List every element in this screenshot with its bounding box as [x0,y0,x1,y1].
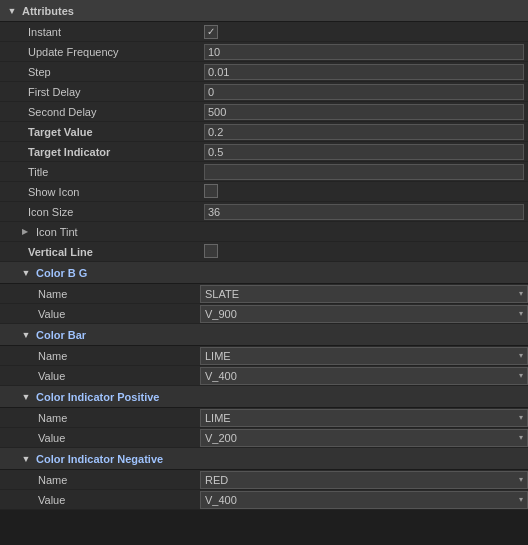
row-target-indicator: Target Indicator [0,142,528,162]
dropdown-arrow-color-indicator-positive-value: ▾ [519,433,523,442]
value-title [200,164,528,180]
select-color-indicator-positive-name[interactable]: LIME ▾ [200,409,528,427]
row-color-indicator-negative-value: Value V_400 ▾ [0,490,528,510]
label-show-icon: Show Icon [0,186,200,198]
row-color-bar-name: Name LIME ▾ [0,346,528,366]
value-update-frequency [200,44,528,60]
row-color-bg-value: Value V_900 ▾ [0,304,528,324]
dropdown-color-bg-name[interactable]: SLATE ▾ [200,284,528,303]
label-color-indicator-negative-name: Name [10,474,200,486]
row-first-delay: First Delay [0,82,528,102]
row-title: Title [0,162,528,182]
select-color-bg-name[interactable]: SLATE ▾ [200,285,528,303]
row-color-indicator-positive-name: Name LIME ▾ [0,408,528,428]
dropdown-arrow-color-indicator-negative-value: ▾ [519,495,523,504]
icon-tint-arrow: ▶ [22,227,32,237]
dropdown-arrow-color-indicator-positive-name: ▾ [519,413,523,422]
value-first-delay [200,84,528,100]
input-target-value[interactable] [204,124,524,140]
subsection-color-bar[interactable]: ▼ Color Bar [0,324,528,346]
label-instant: Instant [0,26,200,38]
label-step: Step [0,66,200,78]
color-indicator-negative-title: Color Indicator Negative [36,453,163,465]
label-color-bar-name: Name [10,350,200,362]
color-indicator-positive-title: Color Indicator Positive [36,391,159,403]
row-icon-tint[interactable]: ▶ Icon Tint [0,222,528,242]
select-color-bg-value[interactable]: V_900 ▾ [200,305,528,323]
row-color-indicator-negative-name: Name RED ▾ [0,470,528,490]
label-color-bar-value: Value [10,370,200,382]
input-target-indicator[interactable] [204,144,524,160]
color-bg-arrow: ▼ [20,267,32,279]
color-indicator-positive-arrow: ▼ [20,391,32,403]
label-color-bg-value: Value [10,308,200,320]
select-color-indicator-negative-value[interactable]: V_400 ▾ [200,491,528,509]
row-instant: Instant [0,22,528,42]
color-bg-title: Color B G [36,267,87,279]
label-vertical-line: Vertical Line [0,246,200,258]
subsection-color-bg[interactable]: ▼ Color B G [0,262,528,284]
input-update-frequency[interactable] [204,44,524,60]
select-color-bar-value[interactable]: V_400 ▾ [200,367,528,385]
checkbox-show-icon[interactable] [204,184,218,198]
subsection-color-indicator-positive[interactable]: ▼ Color Indicator Positive [0,386,528,408]
row-color-bar-value: Value V_400 ▾ [0,366,528,386]
dropdown-color-indicator-negative-value[interactable]: V_400 ▾ [200,490,528,509]
select-color-indicator-positive-value[interactable]: V_200 ▾ [200,429,528,447]
dropdown-arrow-color-bar-name: ▾ [519,351,523,360]
dropdown-arrow-color-bg-name: ▾ [519,289,523,298]
row-update-frequency: Update Frequency [0,42,528,62]
dropdown-arrow-color-bg-value: ▾ [519,309,523,318]
dropdown-arrow-color-indicator-negative-name: ▾ [519,475,523,484]
checkbox-vertical-line[interactable] [204,244,218,258]
label-icon-tint: ▶ Icon Tint [0,226,200,238]
label-color-bg-name: Name [10,288,200,300]
label-second-delay: Second Delay [0,106,200,118]
dropdown-color-indicator-negative-name[interactable]: RED ▾ [200,470,528,489]
color-bar-title: Color Bar [36,329,86,341]
row-show-icon: Show Icon [0,182,528,202]
dropdown-color-indicator-positive-name[interactable]: LIME ▾ [200,408,528,427]
row-second-delay: Second Delay [0,102,528,122]
input-title[interactable] [204,164,524,180]
color-bar-arrow: ▼ [20,329,32,341]
input-first-delay[interactable] [204,84,524,100]
attributes-panel: ▼ Attributes Instant Update Frequency St… [0,0,528,510]
value-step [200,64,528,80]
color-indicator-negative-arrow: ▼ [20,453,32,465]
label-color-indicator-positive-name: Name [10,412,200,424]
label-first-delay: First Delay [0,86,200,98]
icon-tint-text: Icon Tint [36,226,78,238]
dropdown-arrow-color-bar-value: ▾ [519,371,523,380]
dropdown-color-bar-name[interactable]: LIME ▾ [200,346,528,365]
label-target-value: Target Value [0,126,200,138]
input-step[interactable] [204,64,524,80]
value-instant[interactable] [200,25,528,39]
attributes-section-header[interactable]: ▼ Attributes [0,0,528,22]
dropdown-color-bar-value[interactable]: V_400 ▾ [200,366,528,385]
input-second-delay[interactable] [204,104,524,120]
section-collapse-arrow: ▼ [6,5,18,17]
value-target-value [200,124,528,140]
input-icon-size[interactable] [204,204,524,220]
checkbox-instant[interactable] [204,25,218,39]
label-icon-size: Icon Size [0,206,200,218]
label-target-indicator: Target Indicator [0,146,200,158]
value-target-indicator [200,144,528,160]
row-target-value: Target Value [0,122,528,142]
row-color-bg-name: Name SLATE ▾ [0,284,528,304]
select-color-bar-name[interactable]: LIME ▾ [200,347,528,365]
dropdown-color-indicator-positive-value[interactable]: V_200 ▾ [200,428,528,447]
row-vertical-line: Vertical Line [0,242,528,262]
value-vertical-line[interactable] [200,244,528,260]
subsection-color-indicator-negative[interactable]: ▼ Color Indicator Negative [0,448,528,470]
label-color-indicator-negative-value: Value [10,494,200,506]
value-second-delay [200,104,528,120]
select-color-indicator-negative-name[interactable]: RED ▾ [200,471,528,489]
label-title: Title [0,166,200,178]
value-icon-size [200,204,528,220]
dropdown-color-bg-value[interactable]: V_900 ▾ [200,304,528,323]
label-color-indicator-positive-value: Value [10,432,200,444]
value-show-icon[interactable] [200,184,528,200]
section-title: Attributes [22,5,74,17]
